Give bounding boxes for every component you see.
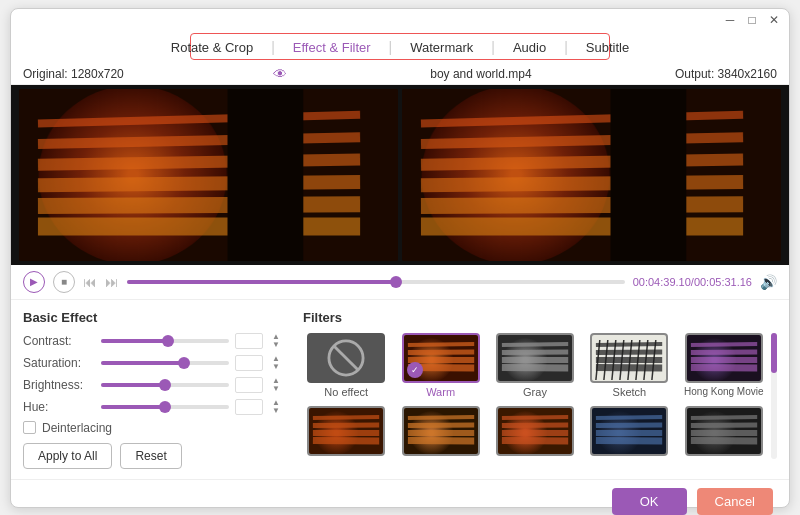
brightness-slider[interactable] — [101, 383, 229, 387]
filter-canvas-7 — [404, 408, 480, 456]
progress-fill — [127, 280, 396, 284]
progress-track[interactable] — [127, 280, 625, 284]
filter-canvas-gray — [498, 335, 574, 383]
filter-thumb-sketch — [590, 333, 668, 383]
saturation-down[interactable]: ▼ — [269, 363, 283, 371]
maximize-button[interactable]: □ — [745, 13, 759, 27]
brightness-value[interactable]: 0 — [235, 377, 263, 393]
no-effect-icon — [309, 333, 383, 383]
tab-watermark[interactable]: Watermark — [392, 36, 491, 59]
filter-label-warm: Warm — [426, 386, 455, 398]
filter-warm[interactable]: ✓ Warm — [397, 333, 483, 398]
deinterlace-checkbox[interactable] — [23, 421, 36, 434]
filter-thumb-10 — [685, 406, 763, 456]
scrollbar-track[interactable] — [771, 333, 777, 459]
brightness-thumb[interactable] — [159, 379, 171, 391]
filter-sketch[interactable]: Sketch — [586, 333, 672, 398]
tab-effect[interactable]: Effect & Filter — [275, 36, 389, 59]
filter-6[interactable] — [303, 406, 389, 459]
filter-label-no-effect: No effect — [324, 386, 368, 398]
ok-button[interactable]: OK — [612, 488, 687, 515]
video-canvas-right — [402, 89, 781, 261]
video-panel-right — [402, 89, 781, 261]
saturation-stepper: ▲ ▼ — [269, 355, 283, 371]
filter-hongkong[interactable]: Hong Kong Movie — [681, 333, 767, 398]
main-content: Basic Effect Contrast: 5 ▲ ▼ Saturation: — [11, 300, 789, 479]
filter-no-effect[interactable]: No effect — [303, 333, 389, 398]
filter-7[interactable] — [397, 406, 483, 459]
filters-panel: Filters No effect — [303, 310, 777, 469]
progress-thumb[interactable] — [390, 276, 402, 288]
contrast-thumb[interactable] — [162, 335, 174, 347]
hue-fill — [101, 405, 165, 409]
filters-wrapper: No effect ✓ Warm — [303, 333, 777, 459]
scrollbar-thumb[interactable] — [771, 333, 777, 373]
filter-thumb-hongkong — [685, 333, 763, 383]
filename: boy and world.mp4 — [430, 67, 531, 81]
brightness-row: Brightness: 0 ▲ ▼ — [23, 377, 283, 393]
hue-value[interactable]: 0 — [235, 399, 263, 415]
time-display: 00:04:39.10/00:05:31.16 — [633, 276, 752, 288]
volume-icon[interactable]: 🔊 — [760, 274, 777, 290]
basic-effect-panel: Basic Effect Contrast: 5 ▲ ▼ Saturation: — [23, 310, 283, 469]
filter-gray[interactable]: Gray — [492, 333, 578, 398]
brightness-fill — [101, 383, 165, 387]
saturation-thumb[interactable] — [178, 357, 190, 369]
filter-canvas-6 — [309, 408, 385, 456]
brightness-down[interactable]: ▼ — [269, 385, 283, 393]
filter-canvas-8 — [498, 408, 574, 456]
filter-thumb-6 — [307, 406, 385, 456]
tab-audio[interactable]: Audio — [495, 36, 564, 59]
filter-canvas-hk — [687, 335, 763, 383]
output-resolution: Output: 3840x2160 — [675, 67, 777, 81]
hue-row: Hue: 0 ▲ ▼ — [23, 399, 283, 415]
filter-label-hongkong: Hong Kong Movie — [684, 386, 764, 397]
hue-slider[interactable] — [101, 405, 229, 409]
minimize-button[interactable]: ─ — [723, 13, 737, 27]
play-button[interactable]: ▶ — [23, 271, 45, 293]
filter-canvas-9 — [592, 408, 668, 456]
filter-thumb-8 — [496, 406, 574, 456]
filters-title: Filters — [303, 310, 777, 325]
contrast-stepper: ▲ ▼ — [269, 333, 283, 349]
filter-thumb-9 — [590, 406, 668, 456]
video-canvas-left — [19, 89, 398, 261]
hue-thumb[interactable] — [159, 401, 171, 413]
action-buttons: Apply to All Reset — [23, 443, 283, 469]
reset-button[interactable]: Reset — [120, 443, 181, 469]
brightness-stepper: ▲ ▼ — [269, 377, 283, 393]
brightness-label: Brightness: — [23, 378, 95, 392]
skip-back-button[interactable]: ⏮ — [83, 275, 97, 289]
bottom-bar: OK Cancel — [11, 479, 789, 516]
hue-stepper: ▲ ▼ — [269, 399, 283, 415]
stop-button[interactable]: ■ — [53, 271, 75, 293]
original-resolution: Original: 1280x720 — [23, 67, 124, 81]
saturation-fill — [101, 361, 184, 365]
deinterlace-label: Deinterlacing — [42, 421, 112, 435]
filter-canvas-sketch — [592, 335, 668, 383]
hue-down[interactable]: ▼ — [269, 407, 283, 415]
contrast-row: Contrast: 5 ▲ ▼ — [23, 333, 283, 349]
skip-forward-button[interactable]: ⏭ — [105, 275, 119, 289]
basic-effect-title: Basic Effect — [23, 310, 283, 325]
saturation-value[interactable]: 32 — [235, 355, 263, 371]
video-panel-left — [19, 89, 398, 261]
hue-label: Hue: — [23, 400, 95, 414]
contrast-down[interactable]: ▼ — [269, 341, 283, 349]
apply-to-all-button[interactable]: Apply to All — [23, 443, 112, 469]
contrast-fill — [101, 339, 168, 343]
close-button[interactable]: ✕ — [767, 13, 781, 27]
tab-rotate[interactable]: Rotate & Crop — [153, 36, 271, 59]
eye-icon[interactable]: 👁 — [273, 66, 287, 82]
filter-9[interactable] — [586, 406, 672, 459]
deinterlace-row: Deinterlacing — [23, 421, 283, 435]
contrast-value[interactable]: 5 — [235, 333, 263, 349]
cancel-button[interactable]: Cancel — [697, 488, 773, 515]
video-preview — [11, 85, 789, 265]
playback-bar: ▶ ■ ⏮ ⏭ 00:04:39.10/00:05:31.16 🔊 — [11, 265, 789, 300]
contrast-slider[interactable] — [101, 339, 229, 343]
filter-10[interactable] — [681, 406, 767, 459]
filter-8[interactable] — [492, 406, 578, 459]
saturation-slider[interactable] — [101, 361, 229, 365]
tab-subtitle[interactable]: Subtitle — [568, 36, 647, 59]
